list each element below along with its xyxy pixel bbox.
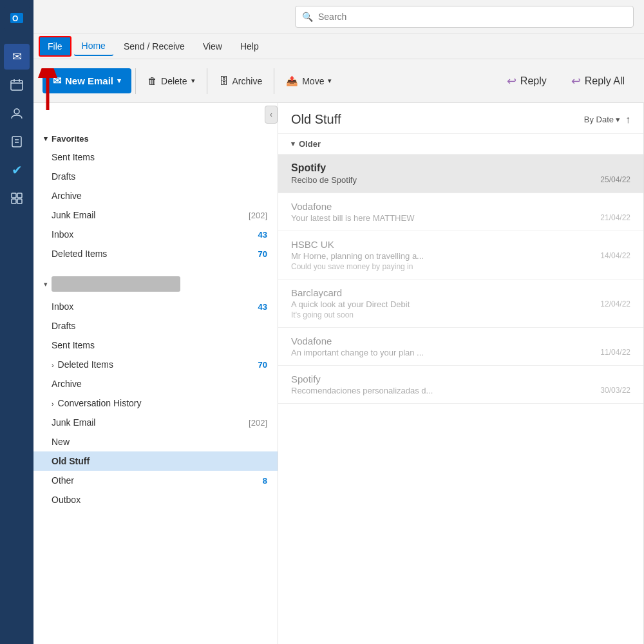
archive-button[interactable]: 🗄 Archive — [211, 71, 270, 90]
sidebar-collapse-button[interactable]: ‹ — [265, 106, 278, 124]
sidebar-item-inbox[interactable]: Inbox 43 — [33, 297, 278, 316]
sidebar-item-junk[interactable]: Junk Email [202] — [33, 413, 278, 432]
delete-chevron-icon: ▾ — [191, 77, 195, 85]
email-subject: Mr Horne, planning on travelling a... — [291, 251, 424, 261]
delete-button[interactable]: 🗑 Delete ▾ — [140, 71, 202, 90]
email-item-hsbc[interactable]: HSBC UK Mr Horne, planning on travelling… — [278, 231, 643, 279]
sidebar-item-deleted[interactable]: › Deleted Items 70 — [33, 355, 278, 374]
email-sender: Vodafone — [291, 201, 630, 212]
move-button[interactable]: 📤 Move ▾ — [278, 71, 339, 91]
search-bar: 🔍 — [33, 0, 644, 33]
new-email-button[interactable]: ✉ New Email ▾ — [43, 68, 131, 93]
email-preview: Could you save money by paying in — [291, 262, 630, 271]
email-subject-row: Mr Horne, planning on travelling a... 14… — [291, 251, 630, 261]
reply-icon: ↩ — [507, 74, 516, 88]
group-label: Older — [299, 139, 321, 149]
svg-rect-11 — [17, 193, 22, 198]
email-item-vodafone-2[interactable]: Vodafone An important change to your pla… — [278, 328, 643, 366]
email-list: Old Stuff By Date ▾ ↑ ▾ Older Spotify Re… — [278, 103, 644, 644]
new-email-icon: ✉ — [53, 75, 61, 87]
reply-all-icon: ↩ — [571, 74, 581, 88]
deleted-fav-badge: 70 — [258, 249, 267, 259]
sidebar-item-archive-fav[interactable]: Archive — [33, 186, 278, 205]
email-sender: Vodafone — [291, 336, 630, 346]
account-chevron-icon: ▾ — [44, 280, 48, 289]
email-date: 12/04/22 — [600, 299, 630, 308]
sidebar-item-archive[interactable]: Archive — [33, 374, 278, 393]
sidebar-item-drafts-fav[interactable]: Drafts — [33, 167, 278, 186]
email-subject: Recibo de Spotify — [291, 175, 357, 185]
collapse-icon: ‹ — [270, 110, 272, 119]
sidebar-item-outbox[interactable]: Outbox — [33, 490, 278, 509]
menu-send-receive[interactable]: Send / Receive — [116, 37, 193, 55]
sidebar-item-conv-history[interactable]: › Conversation History — [33, 393, 278, 413]
sidebar-item-deleted-fav[interactable]: Deleted Items 70 — [33, 244, 278, 263]
menu-help[interactable]: Help — [232, 37, 267, 55]
junk-fav-badge: [202] — [249, 211, 267, 220]
email-date: 21/04/22 — [600, 213, 630, 222]
svg-rect-13 — [17, 199, 22, 204]
email-subject: Your latest bill is here MATTHEW — [291, 213, 414, 223]
email-subject-row: Your latest bill is here MATTHEW 21/04/2… — [291, 213, 630, 223]
tasks-nav-icon[interactable] — [4, 129, 30, 155]
email-subject-row: A quick look at your Direct Debit 12/04/… — [291, 299, 630, 309]
email-sender: Spotify — [291, 162, 630, 174]
archive-fav-label: Archive — [52, 191, 82, 201]
sidebar-item-old-stuff[interactable]: Old Stuff — [33, 451, 278, 471]
other-label: Other — [52, 475, 74, 486]
sidebar: ‹ ▾ Favorites Sent Items Drafts Archive … — [33, 103, 278, 644]
sidebar-item-new[interactable]: New — [33, 432, 278, 451]
email-item-spotify-1[interactable]: Spotify Recibo de Spotify 25/04/22 — [278, 155, 643, 193]
email-sender: Barclaycard — [291, 287, 630, 298]
menu-file[interactable]: File — [39, 36, 71, 57]
search-input-wrap[interactable]: 🔍 — [295, 6, 634, 28]
email-date: 14/04/22 — [600, 251, 630, 260]
sidebar-item-drafts[interactable]: Drafts — [33, 316, 278, 336]
mail-nav-icon[interactable]: ✉ — [4, 44, 30, 70]
sidebar-item-sent[interactable]: Sent Items — [33, 336, 278, 355]
content-area: ‹ ▾ Favorites Sent Items Drafts Archive … — [33, 103, 644, 644]
archive-icon: 🗄 — [219, 75, 229, 86]
sidebar-item-sent-items-fav[interactable]: Sent Items — [33, 147, 278, 167]
email-subject-row: Recomendaciones personalizadas d... 30/0… — [291, 386, 630, 395]
favorites-chevron-icon: ▾ — [44, 135, 48, 143]
reply-all-button[interactable]: ↩ Reply All — [560, 69, 636, 93]
email-subject: A quick look at your Direct Debit — [291, 299, 410, 309]
reply-button[interactable]: ↩ Reply — [495, 69, 558, 93]
menu-bar: File Home Send / Receive View Help — [33, 33, 644, 59]
deleted-label: › Deleted Items — [52, 359, 113, 370]
search-input[interactable] — [318, 12, 627, 22]
archive-label: Archive — [52, 379, 82, 389]
sidebar-item-other[interactable]: Other 8 — [33, 471, 278, 490]
outlook-logo-icon: O — [4, 5, 30, 31]
svg-rect-7 — [12, 137, 21, 147]
delete-icon: 🗑 — [147, 75, 157, 86]
inbox-fav-badge: 43 — [258, 230, 267, 240]
contacts-nav-icon[interactable] — [4, 100, 30, 126]
email-item-barclaycard[interactable]: Barclaycard A quick look at your Direct … — [278, 279, 643, 328]
email-subject: Recomendaciones personalizadas d... — [291, 386, 433, 395]
email-preview: It's going out soon — [291, 310, 630, 319]
calendar-nav-icon[interactable] — [4, 72, 30, 98]
old-stuff-label: Old Stuff — [52, 456, 90, 466]
outbox-label: Outbox — [52, 495, 80, 505]
sidebar-item-junk-fav[interactable]: Junk Email [202] — [33, 205, 278, 225]
sidebar-item-inbox-fav[interactable]: Inbox 43 — [33, 225, 278, 244]
inbox-label: Inbox — [52, 301, 73, 312]
menu-view[interactable]: View — [195, 37, 230, 55]
new-label: New — [52, 437, 70, 447]
svg-rect-12 — [12, 199, 16, 204]
email-sender: HSBC UK — [291, 239, 630, 250]
favorites-header[interactable]: ▾ Favorites — [33, 126, 278, 147]
svg-rect-10 — [12, 193, 16, 198]
sort-by-date-button[interactable]: By Date ▾ — [584, 115, 620, 124]
check-nav-icon[interactable]: ✔ — [4, 157, 30, 183]
apps-nav-icon[interactable] — [4, 185, 30, 211]
email-item-spotify-2[interactable]: Spotify Recomendaciones personalizadas d… — [278, 366, 643, 404]
email-item-vodafone-1[interactable]: Vodafone Your latest bill is here MATTHE… — [278, 193, 643, 231]
email-sender: Spotify — [291, 374, 630, 384]
sort-direction-icon[interactable]: ↑ — [625, 114, 630, 126]
email-list-header: Old Stuff By Date ▾ ↑ — [278, 103, 643, 134]
menu-home[interactable]: Home — [74, 37, 113, 56]
toolbar-divider-3 — [274, 68, 274, 94]
